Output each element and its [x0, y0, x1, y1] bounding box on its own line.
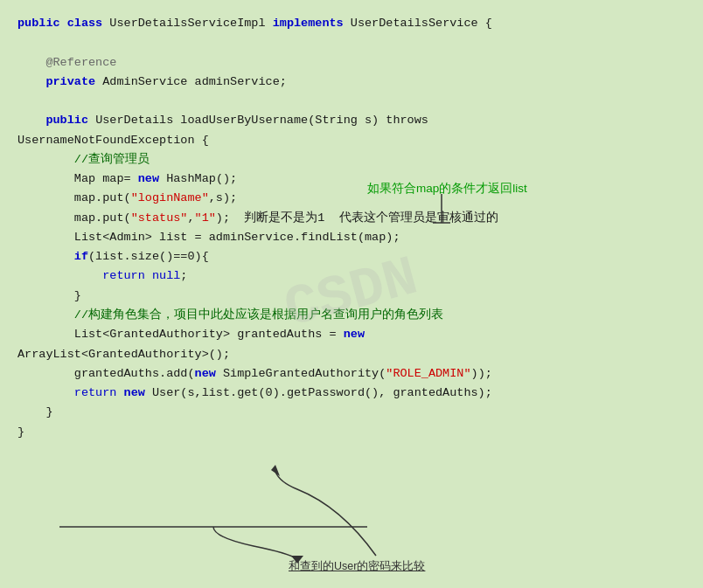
code-line-2	[17, 33, 686, 52]
code-line-7: UsernameNotFoundException {	[17, 131, 686, 150]
svg-marker-4	[291, 556, 303, 564]
code-line-9: Map map= new HashMap();	[17, 169, 686, 189]
code-line-17: List<GrantedAuthority> grantedAuths = ne…	[17, 325, 686, 344]
code-line-16: //构建角色集合，项目中此处应该是根据用户名查询用户的角色列表	[17, 306, 686, 325]
annotation-password-compare: 和查到的User的密码来比较	[289, 557, 425, 576]
code-line-11: map.put("status","1"); 判断是不是为1 代表这个管理员是审…	[17, 209, 686, 228]
code-line-3: @Reference	[17, 53, 686, 73]
code-line-22: }	[17, 423, 686, 442]
code-line-12: List<Admin> list = adminService.findList…	[17, 228, 686, 247]
code-line-15: }	[17, 287, 686, 306]
code-line-4: private AdminService adminService;	[17, 73, 686, 92]
code-line-18: ArrayList<GrantedAuthority>();	[17, 345, 686, 364]
code-line-21: }	[17, 403, 686, 422]
code-container: CSDN public class UserDetailsServiceImpl…	[0, 0, 703, 588]
code-line-10: map.put("loginName",s);	[17, 189, 686, 208]
code-line-8: //查询管理员	[17, 150, 686, 169]
code-line-19: grantedAuths.add(new SimpleGrantedAuthor…	[17, 364, 686, 384]
code-line-6: public UserDetails loadUserByUsername(St…	[17, 111, 686, 130]
code-line-14: return null;	[17, 266, 686, 286]
code-line-5	[17, 92, 686, 111]
code-line-20: return new User(s,list.get(0).getPasswor…	[17, 384, 686, 403]
svg-marker-2	[271, 465, 280, 476]
code-block: public class UserDetailsServiceImpl impl…	[17, 14, 686, 442]
code-line-13: if(list.size()==0){	[17, 247, 686, 266]
code-line-1: public class UserDetailsServiceImpl impl…	[17, 14, 686, 33]
